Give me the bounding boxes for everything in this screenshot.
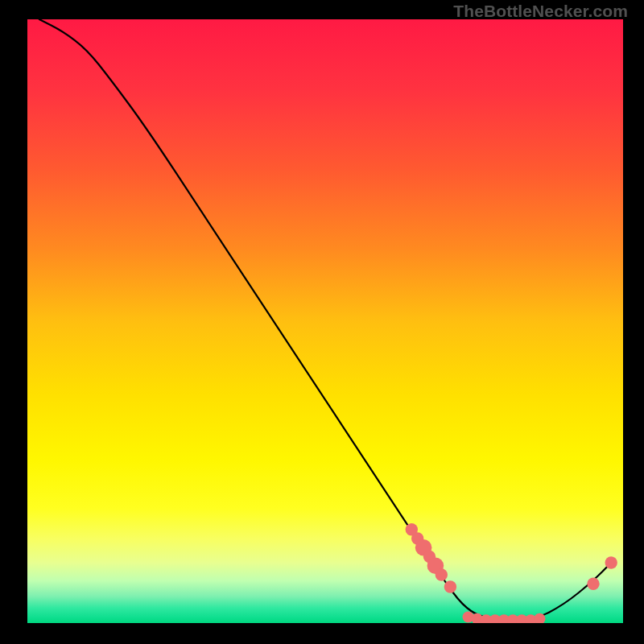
marker-group: [406, 523, 617, 623]
data-marker: [444, 580, 456, 592]
watermark-label: TheBottleNecker.com: [453, 2, 628, 21]
bottleneck-curve: [39, 19, 611, 620]
plot-area: [27, 19, 623, 623]
chart-overlay: [27, 19, 623, 623]
chart-canvas: TheBottleNecker.com: [0, 0, 644, 644]
data-marker: [436, 568, 448, 580]
data-marker: [587, 578, 599, 590]
data-marker: [605, 556, 617, 568]
